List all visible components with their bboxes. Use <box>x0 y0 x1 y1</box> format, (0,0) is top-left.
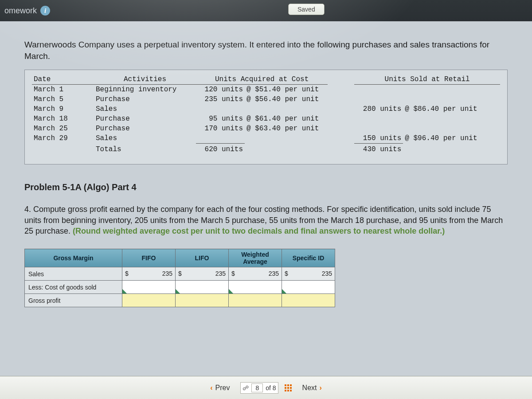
page-total: of 8 <box>266 384 276 391</box>
table-cell: March 29 <box>32 133 94 144</box>
transactions-table: Date Activities Units Acquired at Cost U… <box>24 70 508 164</box>
info-icon[interactable]: i <box>40 6 50 16</box>
totals-label: Totals <box>94 144 196 155</box>
sales-wavg-cell[interactable]: $235 <box>229 267 282 281</box>
table-cell: 150 units <box>354 133 403 144</box>
table-cell: @ $61.40 per unit <box>245 114 328 124</box>
row-sales: Sales <box>25 267 122 281</box>
table-cell: 280 units <box>354 104 403 114</box>
table-cell: 95 units <box>196 114 245 124</box>
cogs-specid-input[interactable] <box>282 281 335 294</box>
table-cell: 235 units <box>196 94 245 104</box>
prev-label: Prev <box>215 384 230 392</box>
table-cell: March 5 <box>32 94 94 104</box>
next-button[interactable]: Next › <box>298 382 326 394</box>
cell-handle-icon <box>122 289 127 293</box>
gross-margin-header: Gross Margin <box>25 249 122 267</box>
totals-acq: 620 units <box>196 144 245 155</box>
cogs-lifo-input[interactable] <box>176 281 229 294</box>
saved-badge: Saved <box>288 4 325 15</box>
table-cell: Sales <box>94 104 196 114</box>
gp-fifo-cell <box>122 294 176 307</box>
gp-specid-cell <box>282 294 335 307</box>
col-date: Date <box>32 74 94 85</box>
page-breadcrumb: omework <box>4 6 37 16</box>
bottom-nav: ‹ Prev ☍ 8 of 8 Next › <box>0 376 532 399</box>
table-cell: Purchase <box>94 114 196 124</box>
sales-lifo-cell[interactable]: $235 <box>176 267 229 281</box>
cell-handle-icon <box>176 289 180 293</box>
table-cell: 120 units <box>196 85 245 95</box>
prev-button[interactable]: ‹ Prev <box>206 382 234 394</box>
problem-title: Problem 5-1A (Algo) Part 4 <box>24 182 508 192</box>
table-cell: 170 units <box>196 124 245 133</box>
table-cell: March 18 <box>32 114 94 124</box>
col-sold: Units Sold at Retail <box>354 74 500 85</box>
col-specific-id: Specific ID <box>282 249 335 267</box>
table-cell: @ $63.40 per unit <box>245 124 328 133</box>
grid-icon[interactable] <box>285 384 292 391</box>
table-cell: @ $51.40 per unit <box>245 85 328 95</box>
table-cell: March 25 <box>32 124 94 133</box>
col-acquired: Units Acquired at Cost <box>196 74 328 85</box>
col-activities: Activities <box>94 74 196 85</box>
gp-lifo-cell <box>176 294 229 307</box>
table-cell: March 9 <box>32 104 94 114</box>
current-page: 8 <box>251 383 263 392</box>
table-cell: Purchase <box>94 94 196 104</box>
col-fifo: FIFO <box>122 249 176 267</box>
page-indicator[interactable]: ☍ 8 of 8 <box>240 382 278 394</box>
answer-table: Gross Margin FIFO LIFO Weighted Average … <box>24 249 335 307</box>
table-cell: @ $56.40 per unit <box>245 94 328 104</box>
sales-specid-cell[interactable]: $235 <box>282 267 335 281</box>
problem-intro: Warnerwoods Company uses a perpetual inv… <box>24 39 508 62</box>
gp-wavg-cell <box>229 294 282 307</box>
question-hint: (Round weighted average cost per unit to… <box>73 227 445 235</box>
row-cogs: Less: Cost of goods sold <box>25 281 122 294</box>
table-cell: Sales <box>94 133 196 144</box>
chevron-right-icon: › <box>319 384 321 392</box>
cell-handle-icon <box>229 289 233 293</box>
col-weighted-avg: Weighted Average <box>229 249 282 267</box>
table-cell: Purchase <box>94 124 196 133</box>
col-lifo: LIFO <box>176 249 229 267</box>
link-icon: ☍ <box>243 384 249 391</box>
table-cell: @ $86.40 per unit <box>403 104 500 114</box>
row-gross-profit: Gross profit <box>25 294 122 307</box>
cogs-wavg-input[interactable] <box>229 281 282 294</box>
top-bar: omework i Saved <box>0 0 532 21</box>
table-cell: March 1 <box>32 85 94 95</box>
chevron-left-icon: ‹ <box>210 384 212 392</box>
next-label: Next <box>302 384 317 392</box>
sales-fifo-cell[interactable]: $235 <box>122 267 176 281</box>
table-cell: Beginning inventory <box>94 85 196 95</box>
question-text: 4. Compute gross profit earned by the co… <box>24 204 508 236</box>
cell-handle-icon <box>282 289 286 293</box>
totals-sold: 430 units <box>354 144 403 155</box>
cogs-fifo-input[interactable] <box>122 281 176 294</box>
table-cell: @ $96.40 per unit <box>403 133 500 144</box>
